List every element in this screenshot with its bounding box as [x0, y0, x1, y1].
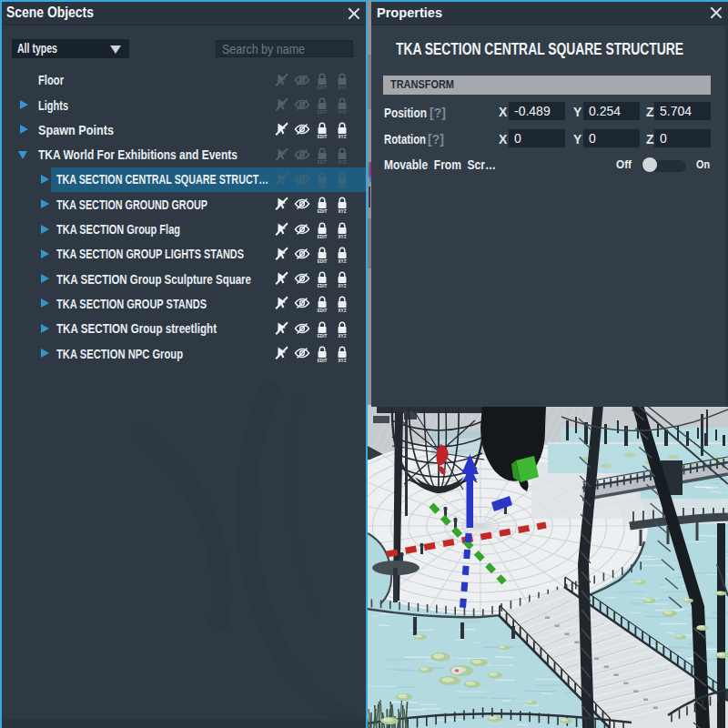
svg-text:EDIT: EDIT — [318, 359, 328, 363]
svg-text:EDIT: EDIT — [318, 209, 328, 214]
svg-text:XYZ: XYZ — [339, 359, 347, 363]
svg-text:EDIT: EDIT — [318, 184, 328, 188]
svg-text:EDIT: EDIT — [318, 85, 328, 89]
svg-text:EDIT: EDIT — [318, 110, 328, 115]
svg-text:XYZ: XYZ — [339, 135, 347, 139]
svg-text:XYZ: XYZ — [339, 85, 347, 89]
svg-text:XYZ: XYZ — [339, 159, 347, 164]
svg-text:XYZ: XYZ — [339, 333, 347, 338]
svg-text:EDIT: EDIT — [318, 234, 328, 238]
svg-text:EDIT: EDIT — [318, 284, 328, 288]
svg-text:XYZ: XYZ — [339, 258, 347, 263]
svg-text:EDIT: EDIT — [318, 258, 328, 263]
svg-text:XYZ: XYZ — [339, 209, 347, 214]
svg-text:XYZ: XYZ — [339, 110, 347, 115]
svg-text:XYZ: XYZ — [339, 234, 347, 238]
svg-text:XYZ: XYZ — [339, 284, 347, 288]
svg-text:EDIT: EDIT — [318, 135, 328, 139]
svg-text:XYZ: XYZ — [339, 308, 347, 313]
svg-text:EDIT: EDIT — [318, 159, 328, 164]
svg-text:XYZ: XYZ — [339, 184, 347, 188]
svg-text:EDIT: EDIT — [318, 308, 328, 313]
svg-text:EDIT: EDIT — [318, 333, 328, 338]
